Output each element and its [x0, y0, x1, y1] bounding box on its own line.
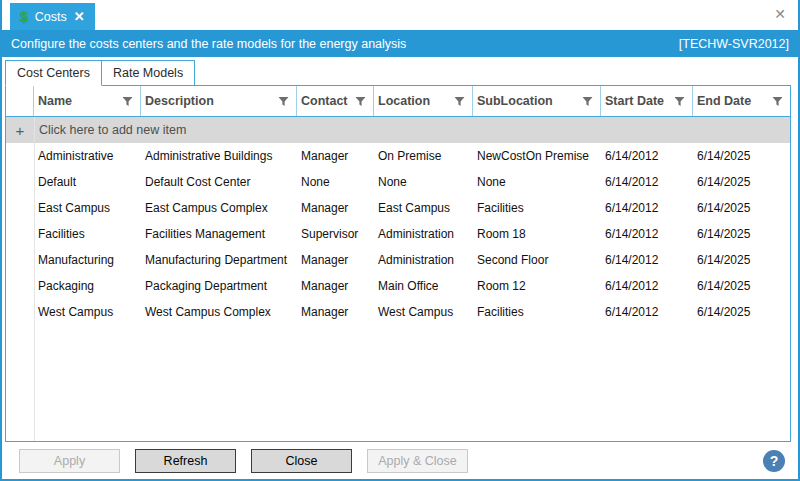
apply-close-button: Apply & Close	[367, 449, 468, 473]
column-header-end-date[interactable]: End Date	[693, 86, 790, 116]
help-icon[interactable]: ?	[763, 450, 785, 472]
table-cell: Administrative	[34, 149, 141, 163]
table-cell: 6/14/2025	[693, 227, 790, 241]
table-cell: 6/14/2025	[693, 305, 790, 319]
tab-close-icon[interactable]: ✕	[74, 10, 85, 23]
table-cell: Second Floor	[473, 253, 601, 267]
grid-rows: AdministrativeAdministrative BuildingsMa…	[6, 143, 790, 325]
tab-cost-centers[interactable]: Cost Centers	[5, 60, 102, 86]
footer-bar: ApplyRefreshCloseApply & Close?	[2, 442, 798, 479]
table-row[interactable]: West CampusWest Campus ComplexManagerWes…	[6, 299, 790, 325]
table-cell: Default	[34, 175, 141, 189]
header-description: Configure the costs centers and the rate…	[11, 37, 406, 51]
table-cell: Facilities Management	[141, 227, 297, 241]
column-header-location[interactable]: Location	[374, 86, 473, 116]
server-name: [TECHW-SVR2012]	[679, 37, 789, 51]
table-cell: 6/14/2012	[601, 253, 693, 267]
table-cell: Manager	[297, 253, 374, 267]
table-cell: None	[473, 175, 601, 189]
table-row[interactable]: AdministrativeAdministrative BuildingsMa…	[6, 143, 790, 169]
table-cell: Manager	[297, 279, 374, 293]
table-cell: Facilities	[473, 201, 601, 215]
table-cell: 6/14/2012	[601, 227, 693, 241]
table-cell: East Campus	[374, 201, 473, 215]
column-header-label: SubLocation	[477, 94, 553, 108]
window-close-icon[interactable]: ✕	[774, 7, 786, 21]
table-cell: Supervisor	[297, 227, 374, 241]
plus-icon: +	[6, 122, 34, 139]
tab-costs[interactable]: $ Costs ✕	[10, 3, 95, 30]
table-cell: East Campus Complex	[141, 201, 297, 215]
table-cell: NewCostOn Premise	[473, 149, 601, 163]
table-cell: Main Office	[374, 279, 473, 293]
add-new-item-label: Click here to add new item	[34, 123, 790, 137]
table-cell: Administration	[374, 253, 473, 267]
indicator-column-divider	[34, 117, 35, 441]
filter-icon[interactable]	[674, 96, 685, 107]
column-header-contact[interactable]: Contact	[297, 86, 374, 116]
grid-header: NameDescriptionContactLocationSubLocatio…	[6, 86, 790, 117]
tab-control: Cost Centers Rate Models	[5, 60, 195, 86]
apply-button: Apply	[19, 449, 120, 473]
table-cell: 6/14/2025	[693, 175, 790, 189]
filter-icon[interactable]	[278, 96, 289, 107]
table-cell: Manufacturing Department	[141, 253, 297, 267]
table-row[interactable]: ManufacturingManufacturing DepartmentMan…	[6, 247, 790, 273]
table-row[interactable]: DefaultDefault Cost CenterNoneNoneNone6/…	[6, 169, 790, 195]
table-cell: Room 18	[473, 227, 601, 241]
column-header-label: Name	[38, 94, 72, 108]
column-header-label: Location	[378, 94, 430, 108]
column-header-label: Start Date	[605, 94, 664, 108]
dollar-icon: $	[20, 9, 28, 25]
table-cell: None	[297, 175, 374, 189]
table-cell: Packaging Department	[141, 279, 297, 293]
column-header-label: End Date	[697, 94, 751, 108]
table-row[interactable]: East CampusEast Campus ComplexManagerEas…	[6, 195, 790, 221]
table-cell: Packaging	[34, 279, 141, 293]
table-cell: West Campus	[374, 305, 473, 319]
table-cell: 6/14/2012	[601, 201, 693, 215]
grid-body: + Click here to add new item Administrat…	[6, 117, 790, 441]
table-row[interactable]: PackagingPackaging DepartmentManagerMain…	[6, 273, 790, 299]
table-cell: 6/14/2012	[601, 175, 693, 189]
header-bar: Configure the costs centers and the rate…	[2, 30, 798, 57]
column-header-start-date[interactable]: Start Date	[601, 86, 693, 116]
filter-icon[interactable]	[582, 96, 593, 107]
table-cell: West Campus Complex	[141, 305, 297, 319]
table-cell: Administration	[374, 227, 473, 241]
table-cell: West Campus	[34, 305, 141, 319]
table-row[interactable]: FacilitiesFacilities ManagementSuperviso…	[6, 221, 790, 247]
add-new-item-row[interactable]: + Click here to add new item	[6, 117, 790, 143]
filter-icon[interactable]	[122, 96, 133, 107]
table-cell: 6/14/2025	[693, 279, 790, 293]
table-cell: 6/14/2012	[601, 149, 693, 163]
document-tab-strip: $ Costs ✕ ✕	[2, 0, 798, 30]
table-cell: Administrative Buildings	[141, 149, 297, 163]
filter-icon[interactable]	[454, 96, 465, 107]
table-cell: Manager	[297, 149, 374, 163]
filter-icon[interactable]	[772, 96, 783, 107]
table-cell: 6/14/2025	[693, 201, 790, 215]
table-cell: Manager	[297, 201, 374, 215]
table-cell: Facilities	[34, 227, 141, 241]
column-header-description[interactable]: Description	[141, 86, 297, 116]
filter-icon[interactable]	[355, 96, 366, 107]
tab-rate-models[interactable]: Rate Models	[102, 60, 195, 86]
table-cell: None	[374, 175, 473, 189]
grid-header-row: NameDescriptionContactLocationSubLocatio…	[6, 86, 790, 116]
table-cell: Room 12	[473, 279, 601, 293]
costs-window: $ Costs ✕ ✕ Configure the costs centers …	[0, 0, 800, 481]
table-cell: On Premise	[374, 149, 473, 163]
table-cell: 6/14/2012	[601, 305, 693, 319]
column-header-name[interactable]: Name	[34, 86, 141, 116]
column-header-label: Contact	[301, 94, 348, 108]
table-cell: 6/14/2025	[693, 253, 790, 267]
table-cell: Manager	[297, 305, 374, 319]
tab-costs-label: Costs	[35, 10, 67, 24]
table-cell: Manufacturing	[34, 253, 141, 267]
refresh-button[interactable]: Refresh	[135, 449, 236, 473]
close-button[interactable]: Close	[251, 449, 352, 473]
column-header-sublocation[interactable]: SubLocation	[473, 86, 601, 116]
table-cell: 6/14/2025	[693, 149, 790, 163]
table-cell: 6/14/2012	[601, 279, 693, 293]
